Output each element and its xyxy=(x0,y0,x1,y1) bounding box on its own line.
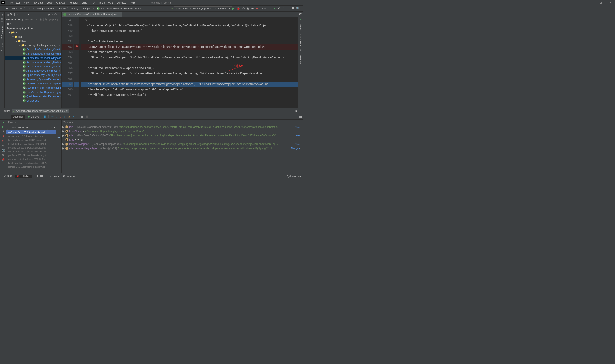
git-history-icon[interactable]: ⟲ xyxy=(278,7,280,10)
breadcrumb[interactable]: support xyxy=(82,7,93,10)
variable-row[interactable]: ▶f instanceWrapper = {BeanWrapperImpl@20… xyxy=(62,142,303,146)
view-link[interactable]: View xyxy=(295,143,300,145)
add-watch-icon[interactable]: ＋ xyxy=(58,125,60,129)
menu-window[interactable]: Window xyxy=(115,1,128,5)
box-icon[interactable]: ▭ xyxy=(287,7,289,10)
watches-icon[interactable]: 👓 xyxy=(57,136,60,139)
editor-tab[interactable]: C AbstractAutowireCapableBeanFactory.jav… xyxy=(62,12,121,17)
maven-icon[interactable]: m xyxy=(299,12,302,15)
tree-root[interactable]: king-in-spring D:\workspace\极客学习\spring xyxy=(5,17,61,22)
filter-icon[interactable]: ⧩ xyxy=(53,126,55,129)
git-revert-icon[interactable]: ↺ xyxy=(282,7,285,10)
view-link[interactable]: Navigate xyxy=(291,147,300,150)
profiler-button[interactable]: ◉ xyxy=(247,7,249,10)
run-cursor-icon[interactable]: ▸ı xyxy=(72,114,76,119)
view-link[interactable]: View xyxy=(295,126,300,128)
force-step-icon[interactable]: ↓ xyxy=(59,114,62,119)
menu-help[interactable]: Help xyxy=(128,1,136,5)
variable-row[interactable]: ▶p beanName = = "annotationDependencyInj… xyxy=(62,129,303,133)
debug-run-tab[interactable]: ▸ AnnotationDependencyInjectionResolutio… xyxy=(12,109,70,113)
menu-view[interactable]: View xyxy=(22,1,31,5)
frame-row[interactable]: createBean:517, AbstractAutowireC xyxy=(6,134,56,138)
pin-icon[interactable]: 📌 xyxy=(2,158,5,161)
expand-icon[interactable]: ⇲ xyxy=(51,13,53,16)
code-editor[interactable]: 5475485495505515525535545555565575585595… xyxy=(62,17,298,108)
evaluate-icon[interactable]: ▦ xyxy=(80,114,84,119)
menu-edit[interactable]: Edit xyxy=(14,1,22,5)
tree-item[interactable]: ▾ 📁 java xyxy=(5,39,61,43)
back-icon[interactable]: ↖ xyxy=(171,7,174,10)
mute-icon[interactable]: ⊘ xyxy=(2,144,4,147)
snapshot-icon[interactable]: 📷 xyxy=(2,149,5,152)
breadcrumb[interactable]: springframework xyxy=(35,7,55,10)
frame-row[interactable]: doGetBean:321, AbstractBeanFactor xyxy=(6,150,56,153)
menu-build[interactable]: Build xyxy=(80,1,89,5)
variable-row[interactable]: ▶f this = {DefaultListableBeanFactory@16… xyxy=(62,125,303,129)
variable-row[interactable]: ▶f mbd.resolvedTargetType = {Class@1911}… xyxy=(62,146,303,150)
debugger-tab[interactable]: Debugger xyxy=(11,115,25,119)
trace-icon[interactable]: ☰ xyxy=(85,114,89,119)
prev-icon[interactable]: ↑ xyxy=(49,126,50,129)
list-icon[interactable]: ☰ xyxy=(292,7,294,10)
target-icon[interactable]: ⊕ xyxy=(48,13,50,16)
breadcrumb[interactable]: factory xyxy=(70,7,79,10)
drop-frame-icon[interactable]: ✖ xyxy=(67,114,71,119)
tree-class-item[interactable]: CApiDependencySetterInjectionDe xyxy=(5,73,61,77)
breadcrumb[interactable]: CAbstractAutowireCapableBeanFactory xyxy=(95,7,142,11)
coverage-button[interactable]: ⟲ xyxy=(242,7,244,10)
tool-maven[interactable]: Maven xyxy=(299,24,302,31)
frame-row[interactable]: finishBeanFactoryInitialization:878, A xyxy=(6,161,56,165)
tree-item[interactable]: ▾ 📁 org.xiaoge.thinking.in.spring.ioc.de… xyxy=(5,43,61,47)
console-tab[interactable]: ▶Console xyxy=(26,114,41,119)
stop-icon[interactable]: ■ xyxy=(2,135,4,138)
gear-icon[interactable]: ✿ xyxy=(54,13,57,16)
dots-icon[interactable]: ⋯ xyxy=(251,7,254,10)
stop-button[interactable]: ■ xyxy=(256,7,258,10)
tree-class-item[interactable]: CQualifierAnnotationDependency xyxy=(5,94,61,99)
tree-class-item[interactable]: CAnnotationDependencyMethodI xyxy=(5,60,61,65)
run-config-select[interactable]: ▸ AnnotationDependencyInjectionResolutio… xyxy=(174,6,232,11)
tool-database[interactable]: Database xyxy=(299,55,302,65)
menu-tools[interactable]: Tools xyxy=(97,1,107,5)
run-button[interactable]: ▶ xyxy=(232,7,234,10)
tree-class-item[interactable]: CAutowiringByNameDependency xyxy=(5,77,61,81)
layout-icon[interactable]: ▦ xyxy=(298,114,303,119)
close-icon[interactable]: × xyxy=(66,109,68,112)
tree-class-item[interactable]: CAnnotationDependencyFieldInje xyxy=(5,52,61,56)
project-title[interactable]: Project xyxy=(10,13,26,16)
tree-class-item[interactable]: CAnnotationDependencySetterInj xyxy=(5,65,61,69)
frame-row[interactable]: refresh:550, AbstractApplicationCon xyxy=(6,165,56,169)
variable-row[interactable]: ▶p mbd = {RootBeanDefinition@2037} "Root… xyxy=(62,133,303,138)
breadcrumb[interactable]: org xyxy=(27,7,32,10)
variable-row[interactable]: p args = = null xyxy=(62,138,303,142)
thread-select[interactable]: ✓"mai...NNING▾ xyxy=(7,126,48,130)
tree-item[interactable]: ▸ 📁 src xyxy=(5,30,61,35)
menu-code[interactable]: Code xyxy=(45,1,54,5)
frame-row[interactable]: getObject:-1, 758348212 {org.spring xyxy=(6,142,56,146)
step-out-icon[interactable]: ↑ xyxy=(63,114,67,119)
step-into-icon[interactable]: ↓ xyxy=(55,114,58,119)
breadcrumb[interactable]: LEASE-sources.jar xyxy=(1,7,24,10)
tool-project[interactable]: 1: Project xyxy=(1,12,4,22)
menu-vcs[interactable]: VCS xyxy=(107,1,115,5)
collapse-icon[interactable]: ─ xyxy=(58,13,60,16)
pause-icon[interactable]: ⏸ xyxy=(2,130,4,133)
tree-class-item[interactable]: CAwareInterfaceDependencyInjec xyxy=(5,86,61,90)
breadcrumb[interactable]: beans xyxy=(58,7,67,10)
tool-commit[interactable]: Commit xyxy=(1,43,4,51)
search-icon[interactable]: 🔍 xyxy=(296,7,300,10)
threads-icon[interactable]: ☰ xyxy=(42,114,47,119)
git-update-icon[interactable]: ↙ xyxy=(269,7,271,10)
menu-file[interactable]: File xyxy=(7,1,14,5)
tool-restful[interactable]: RestfulTool xyxy=(299,34,302,46)
tree-class-item[interactable]: CLazyAnnotationDependencyInjec xyxy=(5,90,61,94)
frame-row[interactable]: preInstantiateSingletons:879, Defau xyxy=(6,157,56,161)
next-icon[interactable]: ↓ xyxy=(51,126,52,129)
tool-git[interactable]: ⎇ 9: Git xyxy=(2,175,15,178)
tree-class-item[interactable]: CAutowiringConstructorDependen xyxy=(5,81,61,86)
tool-spring[interactable]: ⟐ Spring xyxy=(48,175,61,177)
close-icon[interactable]: × xyxy=(118,13,120,16)
step-over-icon[interactable]: ↷ xyxy=(50,114,54,119)
tree-class-item[interactable]: CApiDependencyConstructorInjec xyxy=(5,69,61,73)
debug-button[interactable]: 🐞 xyxy=(237,7,240,10)
